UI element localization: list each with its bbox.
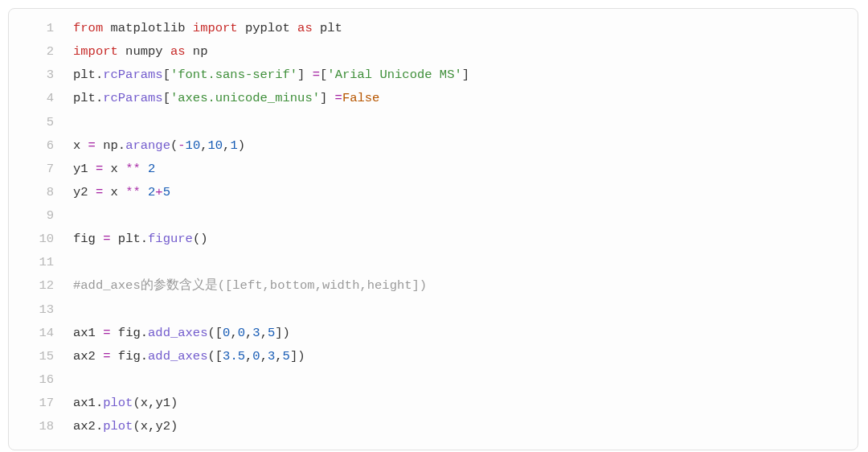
code-content: ax2 = fig.add_axes([3.5,0,3,5]) xyxy=(73,345,858,368)
token-pun: , xyxy=(245,349,252,364)
token-pun: ([ xyxy=(207,326,223,340)
token-kw: as xyxy=(170,44,186,59)
code-content: plt.rcParams['axes.unicode_minus'] =Fals… xyxy=(73,87,858,110)
token-pun: ([ xyxy=(207,349,223,364)
line-number: 15 xyxy=(9,345,73,368)
line-number: 6 xyxy=(9,134,73,158)
line-number: 3 xyxy=(9,64,73,87)
token-pun: . xyxy=(141,232,148,246)
line-number: 1 xyxy=(9,17,73,40)
token-id: ax2 xyxy=(73,419,96,434)
line-number: 17 xyxy=(9,392,73,415)
token-pun: . xyxy=(96,91,103,105)
token-fn: add_axes xyxy=(148,349,207,364)
token-pun: , xyxy=(245,326,252,340)
line-number: 10 xyxy=(9,228,73,251)
token-num: 0 xyxy=(223,326,230,340)
code-content: plt.rcParams['font.sans-serif'] =['Arial… xyxy=(73,64,858,87)
token-fn: rcParams xyxy=(103,91,162,105)
line-number: 2 xyxy=(9,40,73,64)
code-content: ax1 = fig.add_axes([0,0,3,5]) xyxy=(73,322,858,345)
code-content: y2 = x ** 2+5 xyxy=(73,181,858,204)
token-num: 2 xyxy=(148,185,155,199)
token-pun: ]) xyxy=(290,349,305,364)
token-pun: [ xyxy=(163,91,170,105)
token-id xyxy=(141,162,148,176)
token-id: x xyxy=(103,162,125,176)
token-id: y1 xyxy=(73,162,96,176)
code-line: 10fig = plt.figure() xyxy=(9,228,858,251)
token-pun: () xyxy=(193,232,208,246)
token-str: 'font.sans-serif' xyxy=(170,68,297,82)
code-content: y1 = x ** 2 xyxy=(73,158,858,181)
code-line: 14ax1 = fig.add_axes([0,0,3,5]) xyxy=(9,322,858,345)
token-id: np xyxy=(96,138,118,153)
token-pun: ( xyxy=(133,419,140,434)
code-line: 2import numpy as np xyxy=(9,40,858,64)
token-pun: . xyxy=(96,68,103,82)
token-op: = xyxy=(103,349,110,364)
token-pun: , xyxy=(148,396,155,410)
token-num: 10 xyxy=(186,138,201,153)
token-kw: as xyxy=(297,21,313,35)
token-id: np xyxy=(186,44,208,59)
token-str: 'Arial Unicode MS' xyxy=(327,68,461,82)
line-number: 13 xyxy=(9,298,73,322)
token-num: 5 xyxy=(268,326,275,340)
line-number: 16 xyxy=(9,368,73,392)
code-line: 11 xyxy=(9,251,858,274)
token-pun: , xyxy=(148,419,155,434)
token-pun: ) xyxy=(170,396,178,410)
code-content: x = np.arange(-10,10,1) xyxy=(73,134,858,158)
code-line: 15ax2 = fig.add_axes([3.5,0,3,5]) xyxy=(9,345,858,368)
token-pun: ]) xyxy=(275,326,290,340)
code-content: from matplotlib import pyplot as plt xyxy=(73,17,858,40)
token-id: y2 xyxy=(73,185,96,199)
code-line: 12#add_axes的参数含义是([left,bottom,width,hei… xyxy=(9,274,858,298)
token-id: y1 xyxy=(155,396,170,410)
token-kw: from xyxy=(73,21,103,35)
code-content: import numpy as np xyxy=(73,40,858,64)
line-number: 14 xyxy=(9,322,73,345)
line-number: 7 xyxy=(9,158,73,181)
token-op: - xyxy=(178,138,185,153)
line-number: 9 xyxy=(9,204,73,228)
token-id: matplotlib xyxy=(103,21,193,35)
line-number: 12 xyxy=(9,274,73,298)
token-pun: [ xyxy=(320,68,327,82)
token-op: ** xyxy=(125,185,141,199)
token-fn: arange xyxy=(125,138,170,153)
token-op: = xyxy=(88,138,96,153)
token-pun: ) xyxy=(238,138,245,153)
token-num: 1 xyxy=(230,138,237,153)
code-line: 5 xyxy=(9,111,858,134)
token-id xyxy=(141,185,148,199)
token-pun: , xyxy=(200,138,207,153)
token-num: 0 xyxy=(252,349,260,364)
token-op: = xyxy=(103,232,110,246)
token-op: = xyxy=(103,326,110,340)
token-kw: import xyxy=(193,21,238,35)
token-pun: . xyxy=(141,349,148,364)
token-id: fig xyxy=(73,232,103,246)
token-num: 0 xyxy=(238,326,245,340)
token-id: x xyxy=(103,185,125,199)
token-id: x xyxy=(141,396,148,410)
token-pun: , xyxy=(260,349,268,364)
line-number: 4 xyxy=(9,87,73,110)
token-pun: . xyxy=(96,396,103,410)
token-pun: ( xyxy=(133,396,140,410)
code-line: 7y1 = x ** 2 xyxy=(9,158,858,181)
token-id: numpy xyxy=(118,44,170,59)
token-id: ax1 xyxy=(73,396,96,410)
code-line: 3plt.rcParams['font.sans-serif'] =['Aria… xyxy=(9,64,858,87)
line-number: 5 xyxy=(9,111,73,134)
token-id: ax2 xyxy=(73,349,103,364)
token-op: + xyxy=(155,185,162,199)
token-num: 2 xyxy=(148,162,155,176)
token-pun: . xyxy=(141,326,148,340)
token-fn: rcParams xyxy=(103,68,162,82)
token-num: 10 xyxy=(208,138,223,153)
token-fn: figure xyxy=(148,232,193,246)
token-fn: plot xyxy=(103,419,133,434)
